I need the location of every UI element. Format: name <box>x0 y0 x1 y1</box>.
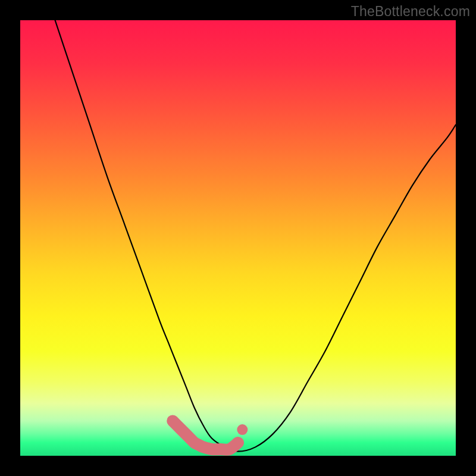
chart-svg <box>20 20 456 456</box>
highlight-path <box>173 421 238 449</box>
highlight-markers <box>173 421 248 449</box>
chart-frame: TheBottleneck.com <box>0 0 476 476</box>
watermark-text: TheBottleneck.com <box>351 4 470 20</box>
highlight-dot <box>237 424 248 435</box>
chart-plot-area <box>20 20 456 456</box>
bottleneck-curve <box>55 20 456 452</box>
